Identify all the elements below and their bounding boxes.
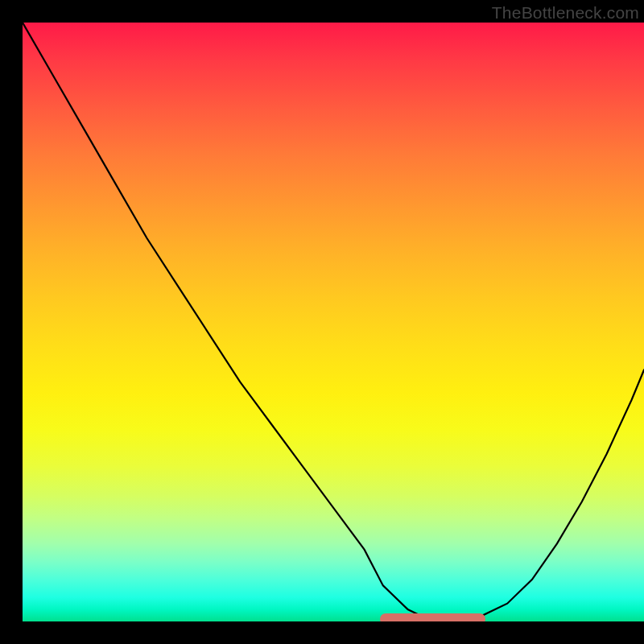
frame-left [0,0,23,644]
chart-plot-area [23,23,644,621]
frame-bottom [0,621,644,644]
bottleneck-curve [23,23,644,621]
valley-highlight [380,613,486,621]
chart-frame: TheBottleneck.com [23,0,644,621]
attribution-text: TheBottleneck.com [492,3,639,23]
